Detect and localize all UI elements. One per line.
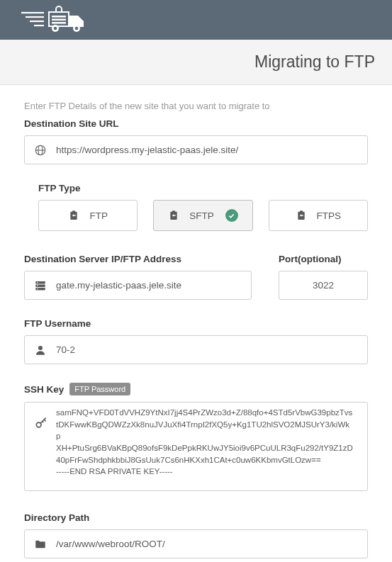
clipboard-icon xyxy=(68,210,79,221)
check-icon xyxy=(225,209,238,222)
ftp-type-ftp-button[interactable]: FTP xyxy=(38,200,138,231)
username-label: FTP Username xyxy=(24,318,368,329)
svg-rect-18 xyxy=(172,210,175,213)
folder-icon xyxy=(34,538,47,551)
intro-text: Enter FTP Details of the new site that y… xyxy=(24,101,368,111)
svg-point-9 xyxy=(54,27,57,30)
header-logo-bar xyxy=(0,0,392,40)
ftp-password-badge[interactable]: FTP Password xyxy=(69,383,130,395)
svg-point-25 xyxy=(37,285,38,286)
form-content: Enter FTP Details of the new site that y… xyxy=(0,85,392,562)
svg-point-11 xyxy=(75,27,79,30)
server-icon xyxy=(34,279,47,292)
sftp-option-label: SFTP xyxy=(189,210,214,221)
svg-line-30 xyxy=(44,420,45,422)
svg-rect-5 xyxy=(52,16,66,18)
key-icon xyxy=(34,416,48,430)
truck-logo-icon xyxy=(14,24,92,36)
page-title: Migrating to FTP xyxy=(254,52,375,71)
svg-point-26 xyxy=(37,288,38,289)
url-label: Destination Site URL xyxy=(24,118,368,129)
port-input[interactable] xyxy=(279,271,368,300)
url-input[interactable] xyxy=(24,135,368,164)
ftps-option-label: FTPS xyxy=(317,210,342,221)
svg-point-28 xyxy=(36,422,41,427)
svg-rect-20 xyxy=(300,210,303,213)
svg-point-27 xyxy=(38,346,43,350)
svg-point-24 xyxy=(37,281,38,283)
svg-rect-7 xyxy=(52,22,66,24)
server-label: Destination Server IP/FTP Address xyxy=(24,254,252,264)
sshkey-label: SSH Key xyxy=(24,384,64,395)
title-bar: Migrating to FTP xyxy=(0,40,392,85)
svg-rect-16 xyxy=(72,210,75,213)
globe-icon xyxy=(34,144,47,157)
username-input[interactable] xyxy=(24,335,368,364)
clipboard-icon xyxy=(168,210,179,221)
sshkey-textarea[interactable] xyxy=(24,402,368,491)
dirpath-label: Directory Path xyxy=(24,512,368,523)
ftp-type-label: FTP Type xyxy=(38,183,368,193)
ftp-type-sftp-button[interactable]: SFTP xyxy=(153,200,252,231)
svg-line-31 xyxy=(43,422,44,423)
ftp-type-ftps-button[interactable]: FTPS xyxy=(269,200,368,231)
clipboard-icon xyxy=(296,210,307,221)
dirpath-input[interactable] xyxy=(24,529,368,558)
port-label: Port(optional) xyxy=(279,254,368,264)
user-icon xyxy=(34,344,47,356)
svg-rect-6 xyxy=(52,19,66,21)
server-input[interactable] xyxy=(24,271,252,300)
ftp-option-label: FTP xyxy=(89,210,108,221)
